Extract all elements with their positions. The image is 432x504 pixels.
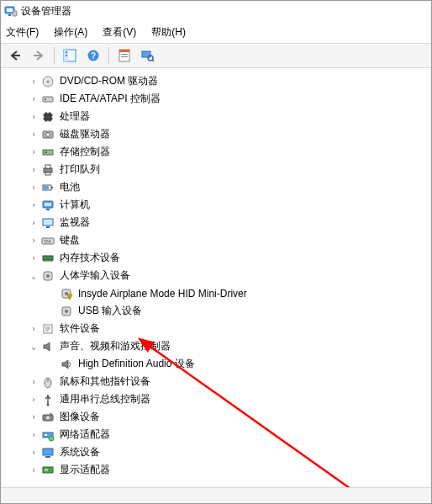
svg-rect-12	[121, 54, 128, 55]
expand-icon[interactable]: ›	[28, 164, 40, 176]
tree-category[interactable]: ›网络适配器	[3, 426, 431, 443]
tree-category[interactable]: ›IDE ATA/ATAPI 控制器	[3, 90, 431, 108]
expand-icon[interactable]: ›	[28, 447, 40, 459]
expand-icon[interactable]: ›	[28, 111, 40, 123]
expand-icon[interactable]: ›	[28, 235, 40, 247]
toolbar-help[interactable]: ?	[82, 45, 104, 66]
svg-rect-54	[50, 413, 52, 415]
hid-child-icon	[60, 305, 73, 318]
toolbar-back[interactable]	[4, 45, 26, 66]
svg-point-51	[47, 403, 50, 406]
menu-view[interactable]: 查看(V)	[101, 25, 138, 40]
mouse-icon	[41, 375, 55, 389]
tree-leaf[interactable]: USB 输入设备	[3, 302, 431, 320]
menubar: 文件(F) 操作(A) 查看(V) 帮助(H)	[1, 21, 431, 44]
tree-leaf[interactable]: High Definition Audio 设备	[3, 355, 431, 373]
monitor-icon	[41, 216, 55, 230]
tree-item-label: IDE ATA/ATAPI 控制器	[58, 91, 162, 107]
display-icon	[41, 464, 55, 477]
toolbar-scan[interactable]	[137, 45, 159, 66]
collapse-icon[interactable]: ⌄	[28, 270, 40, 282]
svg-point-48	[65, 310, 68, 313]
toolbar-forward[interactable]	[28, 45, 50, 66]
tree-category[interactable]: ›计算机	[3, 196, 431, 214]
svg-rect-41	[43, 256, 53, 260]
tree-category[interactable]: ›键盘	[3, 231, 431, 249]
expand-icon[interactable]: ›	[28, 146, 40, 158]
tree-category[interactable]: ›磁盘驱动器	[3, 125, 431, 143]
software-icon	[41, 322, 55, 336]
disc-icon	[41, 75, 55, 88]
svg-rect-11	[119, 50, 129, 52]
separator	[108, 47, 109, 64]
menu-action[interactable]: 操作(A)	[52, 25, 89, 40]
expand-icon[interactable]: ›	[28, 199, 40, 211]
tree-category[interactable]: ›电池	[3, 178, 431, 196]
tree-category[interactable]: ›通用串行总线控制器	[3, 390, 431, 408]
svg-point-43	[46, 274, 50, 278]
tree-view[interactable]: ›DVD/CD-ROM 驱动器›IDE ATA/ATAPI 控制器›处理器›磁盘…	[1, 68, 431, 487]
tree-item-label: DVD/CD-ROM 驱动器	[58, 73, 160, 89]
separator	[54, 47, 55, 64]
expand-icon[interactable]: ›	[28, 376, 40, 388]
tree-category[interactable]: ›软件设备	[3, 320, 431, 337]
tree-category[interactable]: ›处理器	[3, 108, 431, 125]
expand-icon[interactable]: ›	[28, 411, 40, 423]
imaging-icon	[41, 411, 55, 424]
tree-category[interactable]: ›鼠标和其他指针设备	[3, 373, 431, 390]
svg-rect-19	[45, 98, 46, 100]
tree-category[interactable]: ›图像设备	[3, 408, 431, 426]
expand-icon[interactable]: ›	[28, 129, 40, 141]
keyboard-icon	[41, 234, 55, 247]
svg-rect-3	[13, 11, 17, 16]
tree-item-label: 键盘	[58, 232, 82, 248]
expand-icon[interactable]: ›	[28, 182, 40, 194]
arrow-left-icon	[8, 49, 22, 62]
expand-icon[interactable]: ›	[28, 93, 40, 105]
collapse-icon[interactable]: ⌄	[28, 341, 40, 353]
toolbar-console-tree[interactable]	[59, 45, 81, 66]
expand-icon[interactable]: ›	[28, 252, 40, 264]
svg-rect-6	[66, 51, 67, 53]
tree-category[interactable]: ›打印队列	[3, 161, 431, 178]
menu-help[interactable]: 帮助(H)	[150, 25, 187, 40]
app-icon	[4, 4, 18, 18]
tree-item-label: 监视器	[58, 215, 92, 231]
tree-item-label: 内存技术设备	[58, 250, 122, 266]
svg-rect-13	[121, 56, 128, 57]
svg-point-22	[46, 132, 50, 136]
svg-rect-2	[8, 14, 11, 16]
network-icon	[41, 428, 55, 442]
tree-leaf[interactable]: !Insyde Airplane Mode HID Mini-Driver	[3, 284, 431, 302]
toolbar-properties[interactable]	[113, 45, 135, 66]
tree-item-label: 网络适配器	[58, 427, 112, 443]
svg-rect-33	[46, 209, 50, 210]
tree-item-label: High Definition Audio 设备	[76, 356, 197, 372]
menu-file[interactable]: 文件(F)	[4, 25, 40, 40]
tree-category[interactable]: ›监视器	[3, 214, 431, 231]
hid-icon	[41, 269, 55, 283]
expand-icon[interactable]: ›	[28, 217, 40, 229]
hid-child-warn-icon: !	[60, 287, 73, 300]
window-title: 设备管理器	[21, 4, 71, 19]
computer-icon	[41, 199, 55, 212]
tree-category[interactable]: ⌄人体学输入设备	[3, 267, 431, 284]
expand-icon[interactable]: ›	[28, 76, 40, 88]
expand-icon[interactable]: ›	[28, 323, 40, 335]
expand-icon[interactable]: ›	[28, 464, 40, 476]
tree-category[interactable]: ›系统设备	[3, 443, 431, 461]
tree-item-label: 显示适配器	[58, 462, 112, 478]
memory-icon	[41, 252, 55, 265]
tree-category[interactable]: ›内存技术设备	[3, 249, 431, 267]
tree-item-label: 磁盘驱动器	[58, 126, 112, 142]
svg-rect-7	[66, 55, 67, 56]
tree-category[interactable]: ⌄声音、视频和游戏控制器	[3, 337, 431, 355]
tree-category[interactable]: ›存储控制器	[3, 143, 431, 161]
svg-rect-26	[45, 165, 50, 168]
tree-category[interactable]: ›DVD/CD-ROM 驱动器	[3, 72, 431, 90]
tree-category[interactable]: ›显示适配器	[3, 461, 431, 479]
expand-icon[interactable]: ›	[28, 394, 40, 406]
battery-icon	[41, 181, 55, 194]
expand-icon[interactable]: ›	[28, 429, 40, 441]
tree-item-label: 打印队列	[58, 162, 102, 178]
